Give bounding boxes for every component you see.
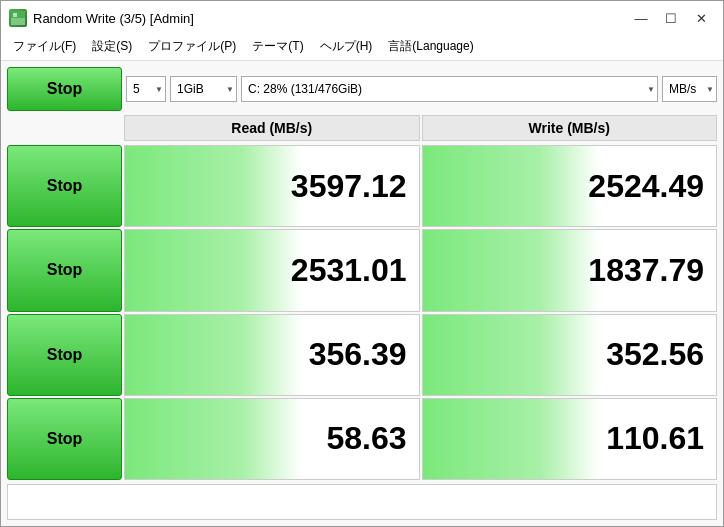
stop-button-row4[interactable]: Stop <box>7 398 122 480</box>
table-row: Stop 2531.01 1837.79 <box>7 229 717 311</box>
menu-theme[interactable]: テーマ(T) <box>244 35 311 58</box>
read-value-row1: 3597.12 <box>291 168 407 205</box>
maximize-button[interactable]: ☐ <box>657 7 685 29</box>
table-row: Stop 356.39 352.56 <box>7 314 717 396</box>
count-select[interactable]: 5 1 2 3 4 10 <box>126 76 166 102</box>
status-bar <box>7 484 717 520</box>
close-button[interactable]: ✕ <box>687 7 715 29</box>
write-cell-row3: 352.56 <box>422 314 718 396</box>
write-value-row1: 2524.49 <box>588 168 704 205</box>
size-select-wrapper: 1GiB 512MiB 2GiB 4GiB 8GiB <box>170 76 237 102</box>
write-cell-row2: 1837.79 <box>422 229 718 311</box>
svg-rect-1 <box>11 18 25 25</box>
size-select[interactable]: 1GiB 512MiB 2GiB 4GiB 8GiB <box>170 76 237 102</box>
menu-settings[interactable]: 設定(S) <box>84 35 140 58</box>
read-value-row2: 2531.01 <box>291 252 407 289</box>
main-stop-button[interactable]: Stop <box>7 67 122 111</box>
drive-select-wrapper: C: 28% (131/476GiB) <box>241 76 658 102</box>
menu-profile[interactable]: プロファイル(P) <box>140 35 244 58</box>
write-cell-row1: 2524.49 <box>422 145 718 227</box>
main-content: Stop 5 1 2 3 4 10 1GiB 512MiB 2GiB 4GiB <box>1 61 723 526</box>
read-value-row4: 58.63 <box>326 420 406 457</box>
menu-bar: ファイル(F) 設定(S) プロファイル(P) テーマ(T) ヘルプ(H) 言語… <box>1 33 723 61</box>
read-cell-row3: 356.39 <box>124 314 420 396</box>
read-cell-row2: 2531.01 <box>124 229 420 311</box>
read-cell-row1: 3597.12 <box>124 145 420 227</box>
table-row: Stop 3597.12 2524.49 <box>7 145 717 227</box>
title-controls: — ☐ ✕ <box>627 7 715 29</box>
stop-button-row3[interactable]: Stop <box>7 314 122 396</box>
svg-rect-2 <box>13 13 17 17</box>
header-empty <box>7 115 122 141</box>
write-value-row4: 110.61 <box>606 420 704 457</box>
window-title: Random Write (3/5) [Admin] <box>33 11 194 26</box>
table-row: Stop 58.63 110.61 <box>7 398 717 480</box>
write-value-row2: 1837.79 <box>588 252 704 289</box>
main-window: Random Write (3/5) [Admin] — ☐ ✕ ファイル(F)… <box>0 0 724 527</box>
title-bar-left: Random Write (3/5) [Admin] <box>9 9 194 27</box>
menu-help[interactable]: ヘルプ(H) <box>312 35 381 58</box>
write-value-row3: 352.56 <box>606 336 704 373</box>
header-read: Read (MB/s) <box>124 115 420 141</box>
menu-language[interactable]: 言語(Language) <box>380 35 481 58</box>
minimize-button[interactable]: — <box>627 7 655 29</box>
write-cell-row4: 110.61 <box>422 398 718 480</box>
header-write: Write (MB/s) <box>422 115 718 141</box>
menu-file[interactable]: ファイル(F) <box>5 35 84 58</box>
count-select-wrapper: 5 1 2 3 4 10 <box>126 76 166 102</box>
unit-select-wrapper: MB/s GB/s IOPS <box>662 76 717 102</box>
controls-row: Stop 5 1 2 3 4 10 1GiB 512MiB 2GiB 4GiB <box>7 67 717 111</box>
title-bar: Random Write (3/5) [Admin] — ☐ ✕ <box>1 1 723 33</box>
read-cell-row4: 58.63 <box>124 398 420 480</box>
grid-header: Read (MB/s) Write (MB/s) <box>7 115 717 141</box>
app-icon <box>9 9 27 27</box>
data-grid: Stop 3597.12 2524.49 Stop 2531.01 1837.7… <box>7 145 717 480</box>
unit-select[interactable]: MB/s GB/s IOPS <box>662 76 717 102</box>
read-value-row3: 356.39 <box>309 336 407 373</box>
stop-button-row2[interactable]: Stop <box>7 229 122 311</box>
drive-select[interactable]: C: 28% (131/476GiB) <box>241 76 658 102</box>
stop-button-row1[interactable]: Stop <box>7 145 122 227</box>
